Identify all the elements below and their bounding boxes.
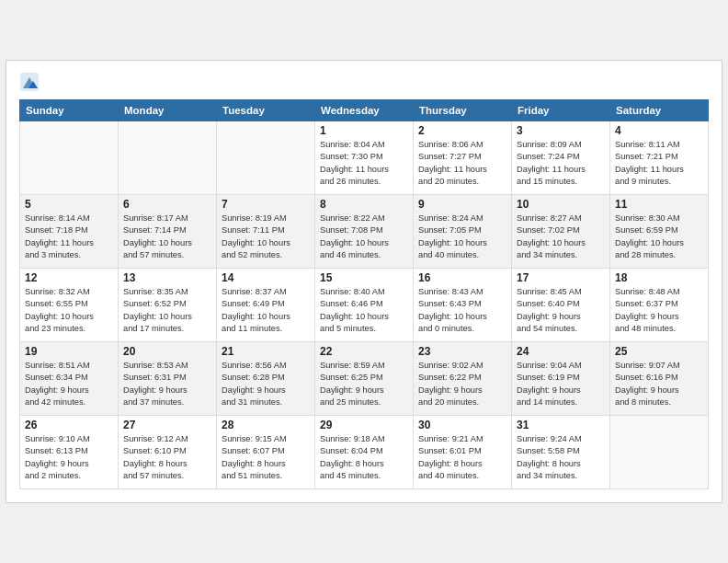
calendar-day-cell	[119, 121, 217, 195]
day-number: 21	[222, 345, 310, 358]
day-info: Sunrise: 8:30 AMSunset: 6:59 PMDaylight:…	[615, 213, 703, 262]
day-number: 13	[123, 271, 211, 284]
calendar-day-cell: 25Sunrise: 9:07 AMSunset: 6:16 PMDayligh…	[610, 342, 709, 416]
calendar-day-cell: 9Sunrise: 8:24 AMSunset: 7:05 PMDaylight…	[414, 195, 512, 269]
weekday-header-tuesday: Tuesday	[217, 100, 315, 121]
day-number: 22	[320, 345, 408, 358]
weekday-header-row: SundayMondayTuesdayWednesdayThursdayFrid…	[20, 100, 709, 121]
day-info: Sunrise: 8:51 AMSunset: 6:34 PMDaylight:…	[25, 360, 113, 409]
day-info: Sunrise: 9:18 AMSunset: 6:04 PMDaylight:…	[320, 433, 408, 483]
day-info: Sunrise: 9:04 AMSunset: 6:19 PMDaylight:…	[517, 360, 605, 409]
logo-icon	[19, 72, 40, 92]
day-number: 10	[517, 198, 605, 211]
day-info: Sunrise: 9:02 AMSunset: 6:22 PMDaylight:…	[418, 360, 506, 409]
calendar-day-cell: 10Sunrise: 8:27 AMSunset: 7:02 PMDayligh…	[512, 195, 610, 269]
calendar-week-row: 5Sunrise: 8:14 AMSunset: 7:18 PMDaylight…	[20, 195, 709, 269]
calendar-day-cell: 11Sunrise: 8:30 AMSunset: 6:59 PMDayligh…	[610, 195, 709, 269]
calendar-day-cell: 26Sunrise: 9:10 AMSunset: 6:13 PMDayligh…	[20, 416, 119, 489]
day-info: Sunrise: 8:43 AMSunset: 6:43 PMDaylight:…	[418, 286, 506, 336]
calendar-day-cell: 13Sunrise: 8:35 AMSunset: 6:52 PMDayligh…	[119, 269, 217, 342]
calendar-week-row: 26Sunrise: 9:10 AMSunset: 6:13 PMDayligh…	[20, 416, 709, 489]
day-number: 26	[25, 419, 113, 431]
calendar-day-cell: 24Sunrise: 9:04 AMSunset: 6:19 PMDayligh…	[512, 342, 610, 416]
day-info: Sunrise: 8:27 AMSunset: 7:02 PMDaylight:…	[517, 213, 605, 262]
day-info: Sunrise: 8:17 AMSunset: 7:14 PMDaylight:…	[123, 213, 211, 262]
calendar-day-cell	[610, 416, 709, 489]
calendar-container: SundayMondayTuesdayWednesdayThursdayFrid…	[6, 60, 722, 503]
day-info: Sunrise: 8:56 AMSunset: 6:28 PMDaylight:…	[222, 360, 310, 409]
day-number: 23	[418, 345, 506, 358]
calendar-day-cell: 6Sunrise: 8:17 AMSunset: 7:14 PMDaylight…	[119, 195, 217, 269]
calendar-day-cell: 15Sunrise: 8:40 AMSunset: 6:46 PMDayligh…	[315, 269, 414, 342]
day-number: 18	[615, 271, 703, 284]
day-number: 5	[25, 198, 113, 211]
day-number: 11	[615, 198, 703, 211]
day-number: 6	[123, 198, 211, 211]
day-info: Sunrise: 8:19 AMSunset: 7:11 PMDaylight:…	[222, 213, 310, 262]
calendar-day-cell: 2Sunrise: 8:06 AMSunset: 7:27 PMDaylight…	[414, 121, 512, 195]
day-number: 3	[517, 124, 605, 137]
calendar-week-row: 12Sunrise: 8:32 AMSunset: 6:55 PMDayligh…	[20, 269, 709, 342]
weekday-header-saturday: Saturday	[610, 100, 709, 121]
day-number: 31	[517, 419, 605, 431]
weekday-header-thursday: Thursday	[414, 100, 512, 121]
day-info: Sunrise: 8:53 AMSunset: 6:31 PMDaylight:…	[123, 360, 211, 409]
day-info: Sunrise: 8:48 AMSunset: 6:37 PMDaylight:…	[615, 286, 703, 336]
day-info: Sunrise: 9:15 AMSunset: 6:07 PMDaylight:…	[222, 433, 310, 483]
day-info: Sunrise: 8:14 AMSunset: 7:18 PMDaylight:…	[25, 213, 113, 262]
calendar-day-cell: 1Sunrise: 8:04 AMSunset: 7:30 PMDaylight…	[315, 121, 414, 195]
day-info: Sunrise: 8:35 AMSunset: 6:52 PMDaylight:…	[123, 286, 211, 336]
day-info: Sunrise: 9:10 AMSunset: 6:13 PMDaylight:…	[25, 433, 113, 483]
calendar-day-cell: 14Sunrise: 8:37 AMSunset: 6:49 PMDayligh…	[217, 269, 315, 342]
day-info: Sunrise: 8:04 AMSunset: 7:30 PMDaylight:…	[320, 139, 408, 189]
day-number: 24	[517, 345, 605, 358]
day-info: Sunrise: 8:32 AMSunset: 6:55 PMDaylight:…	[25, 286, 113, 336]
calendar-day-cell: 8Sunrise: 8:22 AMSunset: 7:08 PMDaylight…	[315, 195, 414, 269]
weekday-header-wednesday: Wednesday	[315, 100, 414, 121]
calendar-day-cell: 17Sunrise: 8:45 AMSunset: 6:40 PMDayligh…	[512, 269, 610, 342]
day-number: 12	[25, 271, 113, 284]
calendar-day-cell: 22Sunrise: 8:59 AMSunset: 6:25 PMDayligh…	[315, 342, 414, 416]
calendar-day-cell: 16Sunrise: 8:43 AMSunset: 6:43 PMDayligh…	[414, 269, 512, 342]
header-section	[19, 72, 709, 92]
day-info: Sunrise: 8:37 AMSunset: 6:49 PMDaylight:…	[222, 286, 310, 336]
day-number: 9	[418, 198, 506, 211]
calendar-day-cell: 19Sunrise: 8:51 AMSunset: 6:34 PMDayligh…	[20, 342, 119, 416]
day-info: Sunrise: 8:45 AMSunset: 6:40 PMDaylight:…	[517, 286, 605, 336]
day-number: 17	[517, 271, 605, 284]
day-number: 27	[123, 419, 211, 431]
day-number: 7	[222, 198, 310, 211]
calendar-day-cell: 3Sunrise: 8:09 AMSunset: 7:24 PMDaylight…	[512, 121, 610, 195]
day-number: 14	[222, 271, 310, 284]
calendar-day-cell	[217, 121, 315, 195]
calendar-day-cell: 30Sunrise: 9:21 AMSunset: 6:01 PMDayligh…	[414, 416, 512, 489]
day-info: Sunrise: 8:59 AMSunset: 6:25 PMDaylight:…	[320, 360, 408, 409]
day-info: Sunrise: 9:24 AMSunset: 5:58 PMDaylight:…	[517, 433, 605, 483]
day-info: Sunrise: 8:24 AMSunset: 7:05 PMDaylight:…	[418, 213, 506, 262]
calendar-day-cell: 29Sunrise: 9:18 AMSunset: 6:04 PMDayligh…	[315, 416, 414, 489]
weekday-header-monday: Monday	[119, 100, 217, 121]
day-number: 15	[320, 271, 408, 284]
calendar-day-cell: 4Sunrise: 8:11 AMSunset: 7:21 PMDaylight…	[610, 121, 709, 195]
day-info: Sunrise: 8:40 AMSunset: 6:46 PMDaylight:…	[320, 286, 408, 336]
calendar-day-cell: 5Sunrise: 8:14 AMSunset: 7:18 PMDaylight…	[20, 195, 119, 269]
day-info: Sunrise: 9:12 AMSunset: 6:10 PMDaylight:…	[123, 433, 211, 483]
day-number: 25	[615, 345, 703, 358]
calendar-day-cell	[20, 121, 119, 195]
weekday-header-friday: Friday	[512, 100, 610, 121]
calendar-day-cell: 18Sunrise: 8:48 AMSunset: 6:37 PMDayligh…	[610, 269, 709, 342]
logo	[19, 72, 43, 92]
day-info: Sunrise: 8:11 AMSunset: 7:21 PMDaylight:…	[615, 139, 703, 189]
day-number: 19	[25, 345, 113, 358]
day-number: 30	[418, 419, 506, 431]
calendar-day-cell: 7Sunrise: 8:19 AMSunset: 7:11 PMDaylight…	[217, 195, 315, 269]
calendar-day-cell: 20Sunrise: 8:53 AMSunset: 6:31 PMDayligh…	[119, 342, 217, 416]
calendar-day-cell: 23Sunrise: 9:02 AMSunset: 6:22 PMDayligh…	[414, 342, 512, 416]
calendar-grid: SundayMondayTuesdayWednesdayThursdayFrid…	[19, 99, 709, 489]
day-info: Sunrise: 9:07 AMSunset: 6:16 PMDaylight:…	[615, 360, 703, 409]
day-number: 1	[320, 124, 408, 137]
day-info: Sunrise: 9:21 AMSunset: 6:01 PMDaylight:…	[418, 433, 506, 483]
weekday-header-sunday: Sunday	[20, 100, 119, 121]
day-number: 29	[320, 419, 408, 431]
calendar-day-cell: 31Sunrise: 9:24 AMSunset: 5:58 PMDayligh…	[512, 416, 610, 489]
